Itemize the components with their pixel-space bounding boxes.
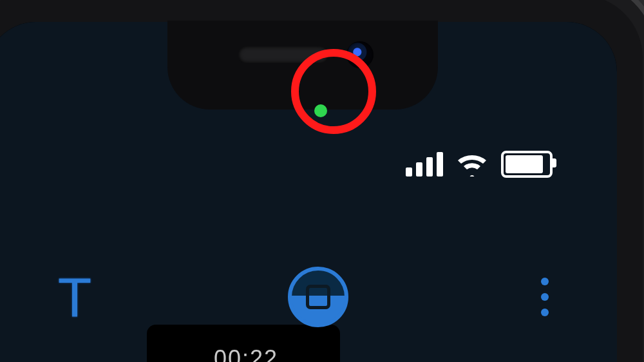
rotate-camera-button[interactable]: T: [45, 267, 104, 327]
call-timer: 00:22: [214, 345, 278, 362]
dot-icon: [541, 309, 549, 316]
end-call-icon: [306, 285, 330, 309]
rotate-letter-icon: T: [58, 269, 92, 325]
annotation-circle: [291, 49, 376, 134]
screenshot-stage: T 00:22: [0, 0, 644, 362]
wifi-icon: [456, 152, 488, 176]
battery-fill: [506, 155, 543, 173]
end-call-button[interactable]: [288, 267, 348, 327]
dot-icon: [541, 278, 549, 285]
status-bar: [406, 151, 553, 178]
cellular-signal-icon: [406, 152, 443, 176]
call-controls-row: T: [0, 267, 617, 327]
dot-icon: [541, 293, 549, 301]
more-options-button[interactable]: [532, 269, 558, 325]
battery-icon: [501, 151, 553, 178]
